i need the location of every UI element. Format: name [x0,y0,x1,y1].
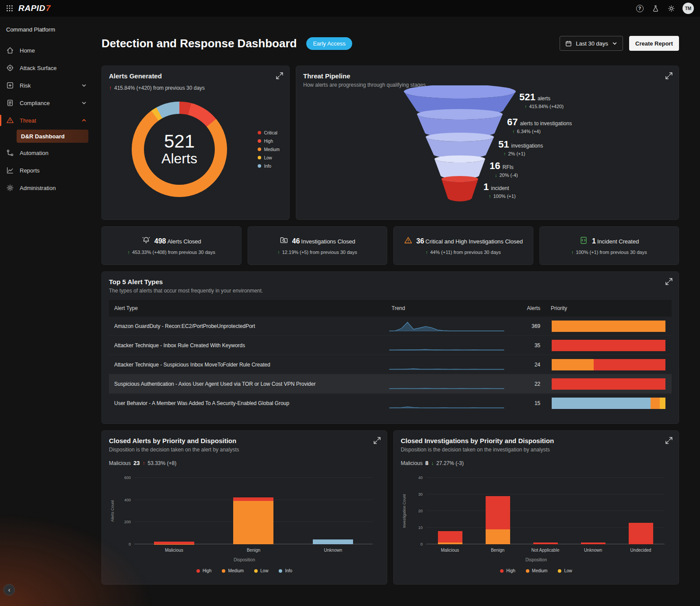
collapse-panel-button[interactable]: ‹ [4,584,15,595]
sidebar-item-compliance[interactable]: Compliance [0,94,93,112]
alert-type-row[interactable]: Suspicious Authentication - Axios User A… [109,374,672,394]
sidebar-item-risk[interactable]: Risk [0,77,93,94]
stacked-bar[interactable]: Benign [233,478,273,544]
bar-chart: Alerts Count0200400600MaliciousBenignUnk… [109,478,380,573]
x-axis-label: Disposition [109,557,380,562]
risk-icon [6,81,14,89]
sidebar-item-label: Threat [20,117,36,124]
trend-sparkline [389,397,504,410]
alerts-donut-chart[interactable]: 521 Alerts [132,102,227,197]
trend-sparkline [389,339,504,352]
card-title: Closed Alerts by Priority and Dispositio… [109,437,380,444]
table-body: Amazon GuardDuty - Recon:EC2/PortProbeUn… [109,317,672,413]
stacked-bar[interactable]: Benign [486,478,510,544]
sidebar-item-automation[interactable]: Automation [0,144,93,162]
alarm-bell-icon [142,236,150,245]
sidebar-item-label: Compliance [20,100,50,106]
legend-dot [258,156,261,159]
priority-bar [552,321,665,332]
funnel-stage-label: 16RFIs↓20% (-4) [490,160,518,178]
card-subtitle: Disposition is the decision taken on the… [401,447,672,453]
trend-sparkline [389,320,504,333]
legend-dot [279,569,282,573]
priority-bar [552,378,665,390]
expand-icon[interactable] [665,72,673,80]
stacked-bar[interactable]: Undecided [629,478,653,544]
stacked-bar[interactable]: Unknown [313,478,353,544]
legend-dot [196,569,200,573]
sidebar-item-attack-surface[interactable]: Attack Surface [0,59,93,77]
sidebar-item-label: Attack Surface [20,65,57,71]
sidebar-item-administration[interactable]: Administration [0,179,93,197]
threat-pipeline-card: Threat Pipeline How alerts are progressi… [296,66,679,220]
date-range-selector[interactable]: Last 30 days [560,36,623,51]
legend-dot [258,164,261,168]
early-access-badge[interactable]: Early Access [306,37,352,50]
stat-delta: ↑453.33% (+408) from previous 30 days [128,250,215,255]
card-title: Closed Investigations by Priority and Di… [401,437,672,444]
legend-item: Info [279,568,292,573]
legend-item: Low [254,568,268,573]
chevron-down-icon [81,83,87,88]
malicious-summary: Malicious 8 ↓ 27.27% (-3) [401,460,672,466]
y-axis-label: Investigation Count [402,494,406,528]
y-tick-label: 600 [116,476,131,480]
y-tick-label: 0 [116,542,131,546]
expand-icon[interactable] [276,72,284,80]
calendar-icon [565,40,572,47]
category-label: Benign [247,548,260,553]
help-icon[interactable]: ? [635,4,644,13]
app-grid-icon[interactable] [6,5,13,12]
stacked-bar[interactable]: Malicious [154,478,194,544]
expand-icon[interactable] [665,437,673,444]
legend-item: Medium [222,568,244,573]
expand-icon[interactable] [665,278,673,285]
automation-icon [6,149,14,157]
y-tick-label: 200 [116,520,131,524]
legend-dot [254,569,258,573]
stat-delta: ↑44% (+11) from previous 30 days [426,250,501,255]
sidebar-item-reports[interactable]: Reports [0,162,93,179]
chevron-down-icon [612,41,617,46]
alert-type-row[interactable]: Attacker Technique - Inbox Rule Created … [109,336,672,355]
donut-legend-item: Low [258,155,280,160]
create-report-button[interactable]: Create Report [629,36,679,51]
legend-item: Low [558,568,572,573]
legend-dot [258,131,261,134]
alert-type-row[interactable]: Amazon GuardDuty - Recon:EC2/PortProbeUn… [109,317,672,336]
expand-icon[interactable] [373,437,381,444]
user-avatar[interactable]: TM [682,3,694,14]
closed-alerts-chart: Alerts Count0200400600MaliciousBenignUnk… [109,478,380,573]
settings-gear-icon[interactable] [667,4,676,13]
chart-legend: HighMediumLowInfo [109,568,380,573]
sidebar: Command Platform Home Attack Surface Ris… [0,17,93,606]
donut-legend-item: Medium [258,147,280,152]
legend-dot [526,569,529,573]
page-title: Detection and Response Dashboard [102,36,297,51]
whats-new-beaker-icon[interactable] [651,4,660,13]
compliance-icon [6,99,14,107]
top-alert-types-card: Top 5 Alert Types The types of alerts th… [102,271,679,424]
stacked-bar[interactable]: Unknown [581,478,606,544]
chevron-up-icon [81,118,87,123]
sidebar-item-dr-dashboard[interactable]: D&R Dashboard [17,130,88,143]
trend-sparkline [389,377,504,391]
reports-icon [6,166,14,174]
sidebar-item-threat[interactable]: Threat [0,112,93,129]
threat-alert-icon [6,116,14,124]
sidebar-item-label: Automation [20,150,49,156]
bar-chart: Investigation Count010203040MaliciousBen… [401,478,672,573]
alert-type-row[interactable]: Attacker Technique - Suspicious Inbox Mo… [109,355,672,374]
funnel-stage-label: 51investigations↑2% (+1) [498,139,543,156]
alert-type-row[interactable]: User Behavior - A Member Was Added To A … [109,394,672,413]
card-subtitle: Disposition is the decision taken on the… [109,447,380,453]
warning-triangle-icon [404,236,413,245]
stacked-bar[interactable]: Not Applicable [533,478,558,544]
legend-dot [258,139,261,143]
legend-item: Medium [526,568,548,573]
category-label: Not Applicable [532,548,560,553]
donut-legend-item: Critical [258,130,280,135]
card-title: Threat Pipeline [303,72,672,80]
stacked-bar[interactable]: Malicious [438,478,462,544]
sidebar-item-home[interactable]: Home [0,42,93,59]
